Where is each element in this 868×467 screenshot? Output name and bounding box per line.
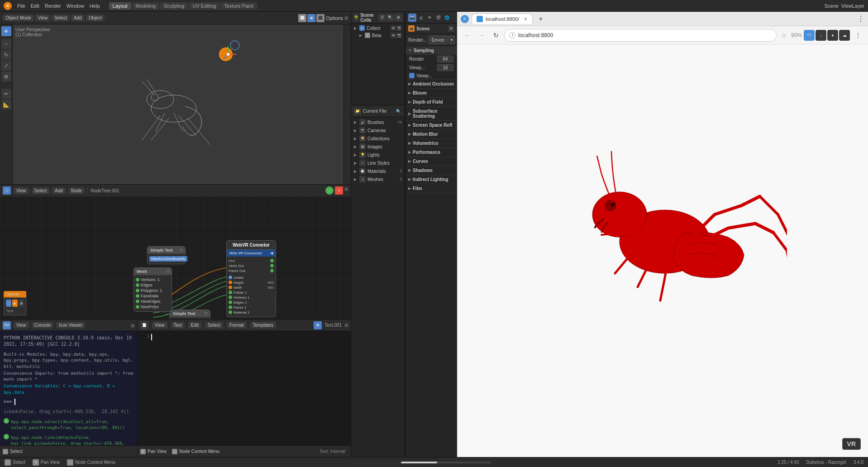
tab-texture[interactable]: Texture Paint [220, 2, 257, 10]
extension-icon-1[interactable]: 🛡 [804, 30, 815, 41]
file-item-linestyles[interactable]: ▶ 〰 Line Styles [352, 159, 404, 167]
bloom-header[interactable]: ▶ Bloom [405, 89, 457, 97]
display-mode-2[interactable]: ◼ [307, 14, 315, 22]
console-console-btn[interactable]: Console [32, 322, 54, 329]
extension-icon-3[interactable]: ♦ [827, 30, 838, 41]
viewport-canvas[interactable]: User Perspective (1) Collection [13, 24, 343, 184]
file-search-icon[interactable]: 🔍 [395, 108, 402, 115]
outliner-ctrl-1[interactable]: ☰ [378, 14, 386, 21]
objects-icon-3[interactable]: ⊞ [19, 300, 24, 307]
console-view-btn[interactable]: View [14, 322, 29, 329]
tool-annotate[interactable]: ✏ [1, 89, 11, 99]
node-expand-icon[interactable]: ⊞ [344, 186, 348, 195]
browser-bookmark-icon[interactable]: ☆ [778, 30, 789, 41]
file-item-images[interactable]: ▶ 🖼 Images [352, 143, 404, 151]
depth-of-field-header[interactable]: ▶ Depth of Field [405, 98, 457, 106]
prop-icon-output[interactable]: 🖨 [417, 14, 425, 22]
menu-edit[interactable]: Edit [31, 3, 39, 9]
node-node-btn[interactable]: Node [68, 187, 85, 194]
beta-eye[interactable]: 👁 [391, 33, 396, 38]
browser-forward-btn[interactable]: → [475, 29, 488, 42]
outliner-ctrl-3[interactable]: ⊞ [395, 14, 402, 21]
text-editor-content[interactable]: 1 [138, 331, 351, 445]
node-add-btn[interactable]: Add [52, 187, 66, 194]
tab-modeling[interactable]: Modeling [132, 2, 160, 10]
ambient-occlusion-header[interactable]: ▶ Ambient Occlusion [405, 80, 457, 88]
file-item-meshes[interactable]: ▶ △ Meshes 2 [352, 175, 404, 183]
viewport-object-btn[interactable]: Object [86, 14, 105, 21]
prop-icon-scene[interactable]: 🎬 [434, 14, 442, 22]
objects-icon-2[interactable]: ▶ [12, 300, 18, 307]
browser-menu-icon[interactable]: ⋮ [857, 14, 864, 23]
scene-prop-icon[interactable]: ⊞ [448, 25, 454, 32]
indirect-lighting-header[interactable]: ▶ Indirect Lighting [405, 175, 457, 184]
file-item-lights[interactable]: ▶ 💡 Lights [352, 151, 404, 159]
shadows-header[interactable]: ▶ Shadows [405, 166, 457, 175]
webvr-node[interactable]: WebVR Connetor Web VR Connector ◀ Hint V… [226, 240, 276, 317]
browser-new-tab-btn[interactable]: + [535, 14, 546, 24]
beta-cam[interactable]: 📷 [396, 33, 402, 38]
console-select-label[interactable]: Select [10, 449, 23, 454]
console-content[interactable]: PYTHON INTERACTIVE CONSOLE 3.10.9 (main,… [0, 331, 137, 445]
menu-file[interactable]: File [17, 3, 25, 9]
motion-blur-header[interactable]: ▶ Motion Blur [405, 130, 457, 138]
outliner-ctrl-2[interactable]: 🔍 [386, 14, 394, 21]
performance-header[interactable]: ▶ Performance [405, 148, 457, 157]
volumetrics-header[interactable]: ▶ Volumetrics [405, 139, 457, 148]
tab-uv[interactable]: UV Editing [189, 2, 219, 10]
node-editor-icon[interactable]: ⬡ [3, 186, 11, 195]
console-expand[interactable]: ⊞ [131, 323, 134, 328]
menu-window[interactable]: Window [67, 3, 84, 9]
viewport-samples-value[interactable]: 16 [437, 64, 453, 71]
film-header[interactable]: ▶ Film [405, 184, 457, 193]
browser-tab[interactable]: 🌐 localhost:8800/ ✕ [472, 14, 533, 24]
outliner-item-collect[interactable]: ▶ C Collect 👁 📷 [352, 24, 404, 32]
node-view-btn[interactable]: View [14, 187, 29, 194]
collect-eye[interactable]: 👁 [391, 25, 396, 31]
tab-layout[interactable]: Layout [109, 2, 131, 10]
menu-render[interactable]: Render [45, 3, 61, 9]
node-select-btn[interactable]: Select [32, 187, 50, 194]
3d-viewport[interactable]: ✛ ↔ ↻ ⤢ ⊞ ✏ 📐 [0, 24, 351, 184]
browser-tab-close[interactable]: ✕ [524, 16, 528, 22]
tool-measure[interactable]: 📐 [1, 100, 11, 110]
objects-panel[interactable]: Objects ⬡ ▶ ⊞ Text [4, 291, 26, 315]
simple-text-node-2[interactable]: Simple Text □ colored [170, 310, 210, 319]
tool-cursor[interactable]: ✛ [1, 26, 11, 36]
screen-space-header[interactable]: ▶ Screen Space Refl [405, 121, 457, 129]
sampling-header[interactable]: ▼ Sampling [405, 46, 457, 55]
address-bar[interactable]: ℹ localhost:8800 [504, 29, 777, 42]
file-item-brushes[interactable]: ▶ 🖌 Brushes 74 [352, 118, 404, 126]
text-node-context-label[interactable]: Node Context Menu [179, 449, 219, 454]
curves-header[interactable]: ▶ Curves [405, 157, 457, 166]
text-select-btn[interactable]: Select [205, 322, 223, 329]
tab-scene[interactable]: Scene [825, 3, 839, 9]
denoising-checkbox[interactable] [409, 73, 415, 78]
viewport-view-btn[interactable]: View [35, 14, 51, 21]
viewport-select-btn[interactable]: Select [52, 14, 70, 21]
viewport-mode-toggle[interactable]: Object Mode [3, 14, 34, 21]
simple-text-node-1[interactable]: Simple Text □ MeshActionBoards [147, 246, 186, 264]
collect-cam[interactable]: 📷 [396, 25, 402, 31]
render-expand-icon[interactable]: ▼ [448, 36, 455, 44]
render-engine-btn[interactable]: Eevee [429, 36, 448, 44]
node-canvas[interactable]: Mesh □ Vertices: 1 Edges [0, 197, 351, 319]
extension-icon-2[interactable]: ↓ [816, 30, 826, 41]
display-mode-1[interactable]: ⬜ [298, 14, 306, 22]
prop-icon-render[interactable]: 📷 [408, 14, 416, 22]
display-mode-3[interactable]: ⬛ [316, 14, 324, 22]
text-templates-btn[interactable]: Templates [250, 322, 277, 329]
text-edit-btn[interactable]: Edit [188, 322, 201, 329]
extension-icon-4[interactable]: ☁ [839, 30, 850, 41]
viewport-add-btn[interactable]: Add [71, 14, 85, 21]
tool-rotate[interactable]: ↻ [1, 50, 11, 60]
file-item-materials[interactable]: ▶ ⬤ Materials 2 [352, 167, 404, 175]
text-text-btn[interactable]: Text [171, 322, 185, 329]
tool-transform[interactable]: ⊞ [1, 71, 11, 81]
console-icon-viewer-btn[interactable]: Icon Viewer [56, 322, 85, 329]
browser-options-btn[interactable]: ⋮ [852, 29, 864, 42]
tool-move[interactable]: ↔ [1, 39, 11, 49]
tab-viewlayer[interactable]: ViewLayer [841, 3, 864, 9]
objects-icon-1[interactable]: ⬡ [6, 300, 11, 307]
text-editor-type-icon[interactable]: ⊞ [314, 321, 322, 329]
